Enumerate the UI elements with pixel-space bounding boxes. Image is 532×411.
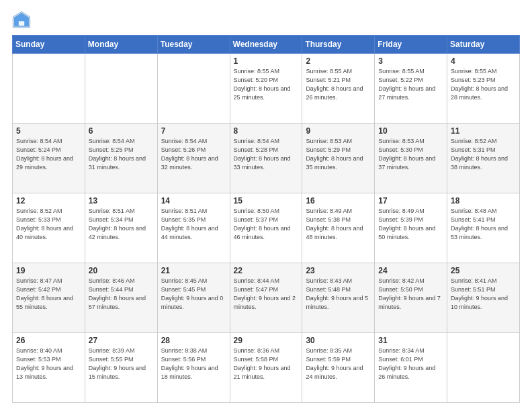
day-info: Sunrise: 8:54 AMSunset: 5:24 PMDaylight:… <box>16 137 81 172</box>
calendar-cell: 22Sunrise: 8:44 AMSunset: 5:47 PMDayligh… <box>230 263 302 333</box>
day-info: Sunrise: 8:36 AMSunset: 5:58 PMDaylight:… <box>234 347 299 381</box>
day-info: Sunrise: 8:54 AMSunset: 5:26 PMDaylight:… <box>161 137 226 172</box>
day-number: 24 <box>378 266 443 275</box>
calendar-cell: 6Sunrise: 8:54 AMSunset: 5:25 PMDaylight… <box>85 124 157 193</box>
calendar-table: SundayMondayTuesdayWednesdayThursdayFrid… <box>12 35 520 403</box>
day-info: Sunrise: 8:38 AMSunset: 5:56 PMDaylight:… <box>161 347 226 381</box>
day-info: Sunrise: 8:54 AMSunset: 5:28 PMDaylight:… <box>234 137 299 172</box>
day-info: Sunrise: 8:35 AMSunset: 5:59 PMDaylight:… <box>306 347 371 381</box>
calendar-cell: 14Sunrise: 8:51 AMSunset: 5:35 PMDayligh… <box>157 193 230 263</box>
calendar-cell: 21Sunrise: 8:45 AMSunset: 5:45 PMDayligh… <box>157 263 230 333</box>
day-info: Sunrise: 8:49 AMSunset: 5:39 PMDaylight:… <box>378 207 443 242</box>
weekday-header-tuesday: Tuesday <box>157 36 230 54</box>
calendar-cell: 29Sunrise: 8:36 AMSunset: 5:58 PMDayligh… <box>230 333 302 403</box>
day-number: 5 <box>16 126 81 136</box>
day-number: 23 <box>306 266 371 275</box>
day-info: Sunrise: 8:55 AMSunset: 5:23 PMDaylight:… <box>451 67 516 102</box>
day-number: 19 <box>16 266 81 275</box>
calendar-cell <box>13 54 85 124</box>
day-info: Sunrise: 8:52 AMSunset: 5:31 PMDaylight:… <box>451 137 516 172</box>
calendar-week-5: 26Sunrise: 8:40 AMSunset: 5:53 PMDayligh… <box>13 333 520 403</box>
calendar-cell: 27Sunrise: 8:39 AMSunset: 5:55 PMDayligh… <box>85 333 157 403</box>
calendar-cell: 23Sunrise: 8:43 AMSunset: 5:48 PMDayligh… <box>302 263 375 333</box>
day-number: 30 <box>306 336 371 345</box>
day-number: 12 <box>16 196 81 205</box>
day-info: Sunrise: 8:46 AMSunset: 5:44 PMDaylight:… <box>89 277 154 312</box>
day-info: Sunrise: 8:50 AMSunset: 5:37 PMDaylight:… <box>234 207 299 242</box>
calendar-cell: 3Sunrise: 8:55 AMSunset: 5:22 PMDaylight… <box>375 54 447 124</box>
calendar-week-2: 5Sunrise: 8:54 AMSunset: 5:24 PMDaylight… <box>13 124 520 193</box>
svg-rect-3 <box>19 21 24 26</box>
day-number: 11 <box>451 126 516 136</box>
day-info: Sunrise: 8:51 AMSunset: 5:34 PMDaylight:… <box>89 207 154 242</box>
day-number: 18 <box>451 196 516 205</box>
calendar-cell: 20Sunrise: 8:46 AMSunset: 5:44 PMDayligh… <box>85 263 157 333</box>
day-number: 16 <box>306 196 371 205</box>
day-info: Sunrise: 8:53 AMSunset: 5:30 PMDaylight:… <box>378 137 443 172</box>
day-number: 4 <box>451 56 516 66</box>
calendar-cell: 31Sunrise: 8:34 AMSunset: 6:01 PMDayligh… <box>375 333 447 403</box>
calendar-cell: 24Sunrise: 8:42 AMSunset: 5:50 PMDayligh… <box>375 263 447 333</box>
calendar-cell: 7Sunrise: 8:54 AMSunset: 5:26 PMDaylight… <box>157 124 230 193</box>
day-number: 27 <box>89 336 154 345</box>
day-number: 2 <box>306 56 371 66</box>
day-number: 10 <box>378 126 443 136</box>
weekday-header-sunday: Sunday <box>13 36 85 54</box>
calendar-cell: 19Sunrise: 8:47 AMSunset: 5:42 PMDayligh… <box>13 263 85 333</box>
calendar-cell: 11Sunrise: 8:52 AMSunset: 5:31 PMDayligh… <box>447 124 520 193</box>
weekday-header-friday: Friday <box>375 36 447 54</box>
calendar-week-4: 19Sunrise: 8:47 AMSunset: 5:42 PMDayligh… <box>13 263 520 333</box>
day-info: Sunrise: 8:51 AMSunset: 5:35 PMDaylight:… <box>161 207 226 242</box>
day-number: 14 <box>161 196 226 205</box>
calendar-cell: 4Sunrise: 8:55 AMSunset: 5:23 PMDaylight… <box>447 54 520 124</box>
day-info: Sunrise: 8:42 AMSunset: 5:50 PMDaylight:… <box>378 277 443 312</box>
day-info: Sunrise: 8:55 AMSunset: 5:21 PMDaylight:… <box>306 67 371 102</box>
calendar-cell: 18Sunrise: 8:48 AMSunset: 5:41 PMDayligh… <box>447 193 520 263</box>
weekday-header-thursday: Thursday <box>302 36 375 54</box>
calendar-cell: 26Sunrise: 8:40 AMSunset: 5:53 PMDayligh… <box>13 333 85 403</box>
day-number: 26 <box>16 336 81 345</box>
calendar-cell: 25Sunrise: 8:41 AMSunset: 5:51 PMDayligh… <box>447 263 520 333</box>
calendar-cell: 15Sunrise: 8:50 AMSunset: 5:37 PMDayligh… <box>230 193 302 263</box>
day-info: Sunrise: 8:54 AMSunset: 5:25 PMDaylight:… <box>89 137 154 172</box>
calendar-cell: 2Sunrise: 8:55 AMSunset: 5:21 PMDaylight… <box>302 54 375 124</box>
day-number: 20 <box>89 266 154 275</box>
calendar-cell: 30Sunrise: 8:35 AMSunset: 5:59 PMDayligh… <box>302 333 375 403</box>
day-number: 15 <box>234 196 299 205</box>
day-number: 22 <box>234 266 299 275</box>
calendar-cell: 9Sunrise: 8:53 AMSunset: 5:29 PMDaylight… <box>302 124 375 193</box>
day-info: Sunrise: 8:41 AMSunset: 5:51 PMDaylight:… <box>451 277 516 312</box>
calendar-cell <box>85 54 157 124</box>
day-number: 13 <box>89 196 154 205</box>
calendar-cell: 17Sunrise: 8:49 AMSunset: 5:39 PMDayligh… <box>375 193 447 263</box>
day-number: 3 <box>378 56 443 66</box>
day-info: Sunrise: 8:44 AMSunset: 5:47 PMDaylight:… <box>234 277 299 312</box>
day-info: Sunrise: 8:45 AMSunset: 5:45 PMDaylight:… <box>161 277 226 312</box>
day-info: Sunrise: 8:34 AMSunset: 6:01 PMDaylight:… <box>378 347 443 381</box>
day-number: 6 <box>89 126 154 136</box>
day-number: 29 <box>234 336 299 345</box>
day-info: Sunrise: 8:53 AMSunset: 5:29 PMDaylight:… <box>306 137 371 172</box>
day-number: 7 <box>161 126 226 136</box>
day-number: 31 <box>378 336 443 345</box>
calendar-week-3: 12Sunrise: 8:52 AMSunset: 5:33 PMDayligh… <box>13 193 520 263</box>
day-number: 21 <box>161 266 226 275</box>
calendar-cell <box>447 333 520 403</box>
logo-icon <box>12 11 31 30</box>
day-info: Sunrise: 8:39 AMSunset: 5:55 PMDaylight:… <box>89 347 154 381</box>
calendar-cell: 1Sunrise: 8:55 AMSunset: 5:20 PMDaylight… <box>230 54 302 124</box>
calendar-cell: 5Sunrise: 8:54 AMSunset: 5:24 PMDaylight… <box>13 124 85 193</box>
day-number: 8 <box>234 126 299 136</box>
weekday-header-wednesday: Wednesday <box>230 36 302 54</box>
day-info: Sunrise: 8:55 AMSunset: 5:22 PMDaylight:… <box>378 67 443 102</box>
header <box>12 11 520 30</box>
calendar-cell: 10Sunrise: 8:53 AMSunset: 5:30 PMDayligh… <box>375 124 447 193</box>
logo <box>12 11 35 30</box>
weekday-header-saturday: Saturday <box>447 36 520 54</box>
calendar-cell <box>157 54 230 124</box>
calendar-cell: 8Sunrise: 8:54 AMSunset: 5:28 PMDaylight… <box>230 124 302 193</box>
day-info: Sunrise: 8:49 AMSunset: 5:38 PMDaylight:… <box>306 207 371 242</box>
page: SundayMondayTuesdayWednesdayThursdayFrid… <box>0 0 532 411</box>
day-number: 1 <box>234 56 299 66</box>
calendar-cell: 12Sunrise: 8:52 AMSunset: 5:33 PMDayligh… <box>13 193 85 263</box>
